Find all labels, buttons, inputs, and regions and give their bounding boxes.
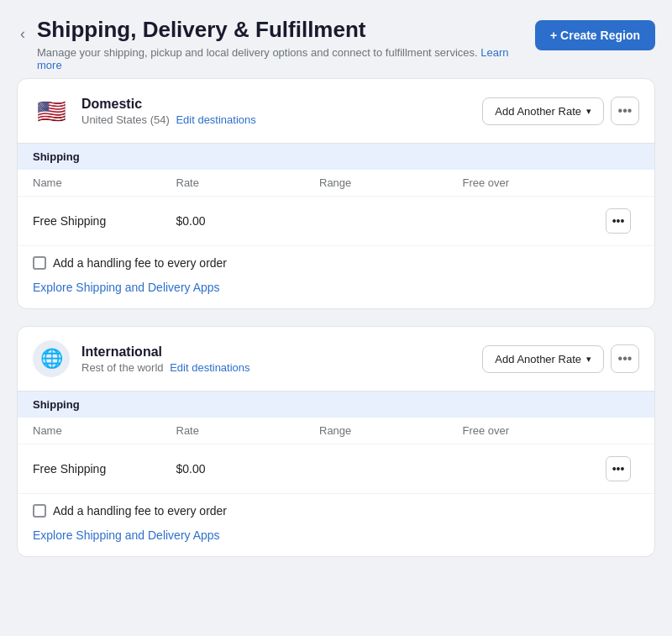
header-left: ‹ Shipping, Delivery & Fulfillment Manag… <box>17 17 535 71</box>
add-another-rate-button[interactable]: Add Another Rate ▾ <box>482 345 604 373</box>
chevron-down-icon: ▾ <box>586 106 591 117</box>
card-header: 🇺🇸 Domestic United States (54) Edit dest… <box>18 79 654 144</box>
rate-more-button[interactable]: ••• <box>606 208 631 234</box>
col-actions <box>606 424 639 437</box>
handling-fee-checkbox[interactable] <box>33 256 46 270</box>
table-header: Name Rate Range Free over <box>18 170 654 197</box>
col-rate: Rate <box>176 176 320 189</box>
back-button[interactable]: ‹ <box>17 22 29 46</box>
col-free-over: Free over <box>463 424 606 437</box>
col-free-over: Free over <box>463 176 606 189</box>
region-more-button[interactable]: ••• <box>611 97 639 125</box>
rate-ellipsis-icon: ••• <box>612 214 625 228</box>
col-name: Name <box>33 176 176 189</box>
col-actions <box>606 176 639 189</box>
region-name: Domestic <box>81 97 256 112</box>
section-label: Shipping <box>18 392 654 418</box>
region-card-domestic: 🇺🇸 Domestic United States (54) Edit dest… <box>17 78 655 309</box>
handling-fee-row: Add a handling fee to every order <box>33 504 639 518</box>
col-range: Range <box>319 424 463 437</box>
region-text: Domestic United States (54) Edit destina… <box>81 97 256 126</box>
add-rate-label: Add Another Rate <box>495 353 581 365</box>
card-header-actions: Add Another Rate ▾ ••• <box>482 344 639 373</box>
col-range: Range <box>319 176 463 189</box>
col-rate: Rate <box>176 424 320 437</box>
rate-more-button[interactable]: ••• <box>606 456 631 481</box>
table-header: Name Rate Range Free over <box>18 418 654 444</box>
region-name: International <box>81 344 250 360</box>
rate-value: $0.00 <box>176 214 320 228</box>
chevron-down-icon: ▾ <box>586 354 591 365</box>
create-region-button[interactable]: + Create Region <box>535 20 655 50</box>
rate-name: Free Shipping <box>33 462 176 476</box>
card-footer: Add a handling fee to every order Explor… <box>18 246 654 308</box>
ellipsis-icon: ••• <box>618 103 633 118</box>
region-text: International Rest of the world Edit des… <box>81 344 250 374</box>
add-rate-label: Add Another Rate <box>495 105 581 118</box>
table-row: Free Shipping $0.00 ••• <box>18 444 654 494</box>
edit-destinations-link[interactable]: Edit destinations <box>170 361 249 374</box>
page-subtitle: Manage your shipping, pickup and local d… <box>37 46 535 71</box>
flag-icon: 🇺🇸 <box>33 92 70 129</box>
region-info: 🇺🇸 Domestic United States (54) Edit dest… <box>33 92 256 129</box>
card-footer: Add a handling fee to every order Explor… <box>18 494 654 556</box>
region-info: 🌐 International Rest of the world Edit d… <box>33 340 250 377</box>
cards-container: 🇺🇸 Domestic United States (54) Edit dest… <box>17 78 655 557</box>
page-header: ‹ Shipping, Delivery & Fulfillment Manag… <box>17 17 655 71</box>
rate-value: $0.00 <box>176 462 320 476</box>
handling-fee-label: Add a handling fee to every order <box>53 504 227 518</box>
col-name: Name <box>33 424 176 437</box>
globe-icon: 🌐 <box>33 340 70 377</box>
rate-ellipsis-icon: ••• <box>612 462 625 476</box>
section-label: Shipping <box>18 144 654 170</box>
page-container: ‹ Shipping, Delivery & Fulfillment Manag… <box>17 17 655 557</box>
ellipsis-icon: ••• <box>618 351 633 366</box>
region-sub: United States (54) Edit destinations <box>81 113 256 126</box>
card-header-actions: Add Another Rate ▾ ••• <box>482 97 639 125</box>
region-more-button[interactable]: ••• <box>611 344 639 373</box>
explore-apps-link[interactable]: Explore Shipping and Delivery Apps <box>33 281 220 294</box>
edit-destinations-link[interactable]: Edit destinations <box>176 113 255 126</box>
explore-apps-link[interactable]: Explore Shipping and Delivery Apps <box>33 528 220 542</box>
card-header: 🌐 International Rest of the world Edit d… <box>18 327 654 392</box>
handling-fee-checkbox[interactable] <box>33 504 46 518</box>
handling-fee-label: Add a handling fee to every order <box>53 256 227 270</box>
page-title: Shipping, Delivery & Fulfillment <box>37 17 535 43</box>
table-row: Free Shipping $0.00 ••• <box>18 197 654 246</box>
region-card-international: 🌐 International Rest of the world Edit d… <box>17 326 655 557</box>
handling-fee-row: Add a handling fee to every order <box>33 256 639 270</box>
add-another-rate-button[interactable]: Add Another Rate ▾ <box>482 97 604 125</box>
header-text: Shipping, Delivery & Fulfillment Manage … <box>37 17 535 71</box>
region-sub: Rest of the world Edit destinations <box>81 361 250 374</box>
rate-name: Free Shipping <box>33 214 176 228</box>
